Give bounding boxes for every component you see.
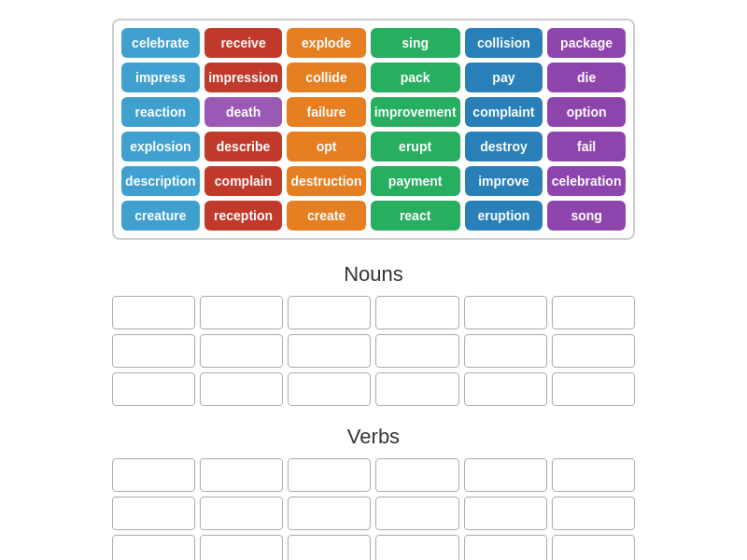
word-tile[interactable]: celebration [547,166,626,196]
word-tile[interactable]: impression [204,63,283,92]
word-tile[interactable]: collide [287,63,365,92]
nouns-drop-cell[interactable] [552,334,635,368]
nouns-drop-cell[interactable] [552,296,635,329]
nouns-drop-cell[interactable] [375,296,458,329]
word-tile[interactable]: payment [371,166,460,196]
word-grid: celebratereceiveexplodesingcollisionpack… [112,19,635,240]
verbs-drop-cell[interactable] [464,458,547,492]
word-tile[interactable]: explosion [121,132,200,161]
nouns-drop-cell[interactable] [375,334,458,368]
nouns-drop-cell[interactable] [464,296,547,329]
word-tile[interactable]: complain [204,166,283,196]
verbs-drop-cell[interactable] [464,497,547,530]
word-tile[interactable]: die [547,63,626,92]
word-tile[interactable]: creature [121,201,200,231]
nouns-drop-cell[interactable] [288,372,371,406]
word-tile[interactable]: sing [371,28,460,58]
word-tile[interactable]: package [547,28,626,58]
verbs-drop-cell[interactable] [375,458,458,492]
word-tile[interactable]: receive [204,28,283,58]
nouns-drop-cell[interactable] [200,334,283,368]
verbs-drop-cell[interactable] [375,535,458,560]
nouns-drop-cell[interactable] [112,372,195,406]
verbs-drop-cell[interactable] [288,458,371,492]
word-tile[interactable]: destroy [465,132,543,161]
nouns-drop-cell[interactable] [288,296,371,329]
nouns-drop-grid [112,296,635,406]
verbs-drop-cell[interactable] [200,497,283,530]
word-tile[interactable]: reaction [121,97,200,127]
nouns-drop-cell[interactable] [464,372,547,406]
verbs-drop-cell[interactable] [464,535,547,560]
verbs-drop-cell[interactable] [552,458,635,492]
word-tile[interactable]: fail [547,132,626,161]
word-tile[interactable]: description [121,166,200,196]
word-tile[interactable]: complaint [465,97,543,127]
word-tile[interactable]: describe [204,132,283,161]
word-tile[interactable]: failure [287,97,365,127]
word-tile[interactable]: improvement [371,97,460,127]
verbs-drop-cell[interactable] [552,535,635,560]
verbs-drop-grid [112,458,635,560]
verbs-drop-cell[interactable] [200,458,283,492]
word-tile[interactable]: opt [287,132,365,161]
verbs-drop-cell[interactable] [288,497,371,530]
nouns-drop-cell[interactable] [200,372,283,406]
word-tile[interactable]: improve [465,166,543,196]
verbs-label: Verbs [347,425,400,449]
nouns-drop-cell[interactable] [552,372,635,406]
word-tile[interactable]: reception [204,201,283,231]
nouns-drop-cell[interactable] [112,296,195,329]
verbs-drop-cell[interactable] [112,497,195,530]
verbs-drop-cell[interactable] [112,458,195,492]
word-tile[interactable]: song [547,201,626,231]
nouns-drop-cell[interactable] [200,296,283,329]
nouns-drop-cell[interactable] [464,334,547,368]
word-tile[interactable]: option [547,97,626,127]
nouns-drop-cell[interactable] [112,334,195,368]
verbs-drop-cell[interactable] [288,535,371,560]
nouns-drop-cell[interactable] [288,334,371,368]
verbs-drop-cell[interactable] [112,535,195,560]
word-tile[interactable]: explode [287,28,365,58]
word-tile[interactable]: pay [465,63,543,92]
nouns-label: Nouns [344,262,403,287]
word-tile[interactable]: create [287,201,365,231]
nouns-drop-cell[interactable] [375,372,458,406]
word-tile[interactable]: erupt [371,132,460,161]
word-tile[interactable]: react [371,201,460,231]
word-tile[interactable]: death [204,97,283,127]
word-tile[interactable]: destruction [287,166,365,196]
word-tile[interactable]: pack [371,63,460,92]
verbs-drop-cell[interactable] [552,497,635,530]
word-tile[interactable]: celebrate [121,28,200,58]
verbs-drop-cell[interactable] [375,497,458,530]
verbs-drop-cell[interactable] [200,535,283,560]
word-tile[interactable]: impress [121,63,200,92]
word-tile[interactable]: eruption [465,201,543,231]
word-tile[interactable]: collision [465,28,543,58]
